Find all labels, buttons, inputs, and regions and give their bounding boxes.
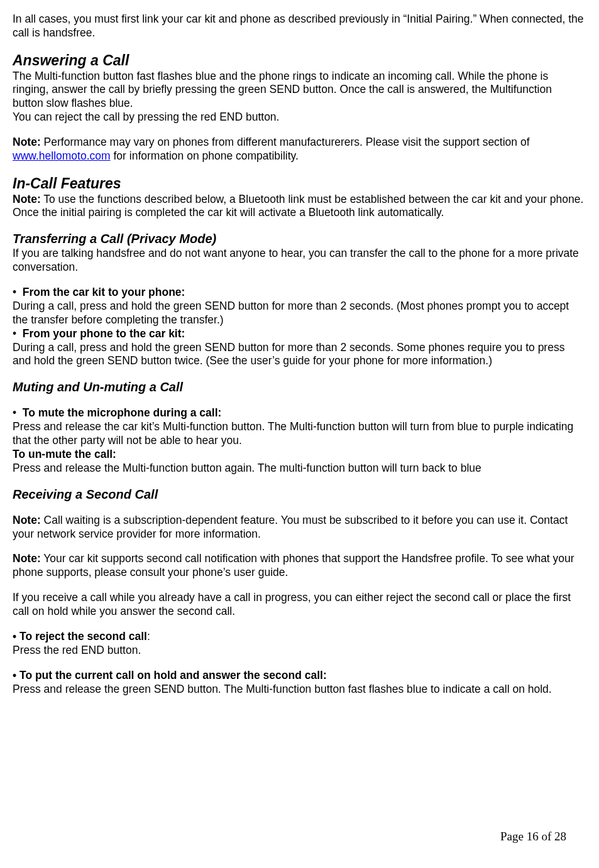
muting-b1-head: •To mute the microphone during a call: <box>13 406 584 420</box>
transfer-b2-label: From your phone to the car kit: <box>23 327 185 340</box>
heading-second-call: Receiving a Second Call <box>13 487 584 502</box>
second-b1-text: Press the red END button. <box>13 644 584 658</box>
second-p3: If you receive a call while you already … <box>13 591 584 619</box>
muting-b1-text: Press and release the car kit’s Multi-fu… <box>13 420 584 448</box>
answering-p1: The Multi-function button fast flashes b… <box>13 70 584 111</box>
second-b2-label: • To put the current call on hold and an… <box>13 669 327 681</box>
muting-b2-label: To un-mute the call: <box>13 448 116 460</box>
second-note2: Note: Your car kit supports second call … <box>13 552 584 580</box>
note-label: Note: <box>13 552 41 565</box>
heading-muting: Muting and Un-muting a Call <box>13 379 584 395</box>
second-b1-label: • To reject the second call <box>13 630 147 643</box>
second-b2-text: Press and release the green SEND button.… <box>13 683 584 697</box>
transfer-b1-text: During a call, press and hold the green … <box>13 300 584 327</box>
incall-note: Note: To use the functions described bel… <box>13 193 584 220</box>
transfer-b2-head: •From your phone to the car kit: <box>13 327 584 341</box>
page-number: Page 16 of 28 <box>500 829 566 844</box>
second-b2-head: • To put the current call on hold and an… <box>13 669 584 683</box>
note-text-b: for information on phone compatibility. <box>111 149 299 162</box>
note-text-a: Performance may vary on phones from diff… <box>41 136 530 148</box>
incall-note-text: To use the functions described below, a … <box>13 193 583 219</box>
second-b1-colon: : <box>147 630 150 643</box>
answering-p2: You can reject the call by pressing the … <box>13 111 584 124</box>
second-b1-head: • To reject the second call: <box>13 630 584 644</box>
heading-transferring: Transferring a Call (Privacy Mode) <box>13 231 584 247</box>
note-label: Note: <box>13 514 41 526</box>
transfer-b1-head: •From the car kit to your phone: <box>13 286 584 300</box>
muting-b2-head: To un-mute the call: <box>13 448 584 462</box>
hellomoto-link[interactable]: www.hellomoto.com <box>13 149 111 162</box>
note-label: Note: <box>13 193 41 205</box>
transfer-b2-text: During a call, press and hold the green … <box>13 341 584 369</box>
intro-paragraph: In all cases, you must first link your c… <box>13 13 584 40</box>
muting-b2-text: Press and release the Multi-function but… <box>13 462 584 475</box>
heading-incall: In-Call Features <box>13 175 584 193</box>
transfer-b1-label: From the car kit to your phone: <box>23 286 185 298</box>
second-note1-text: Call waiting is a subscription-dependent… <box>13 514 568 540</box>
heading-answering: Answering a Call <box>13 52 584 70</box>
note-label: Note: <box>13 136 41 148</box>
answering-note: Note: Performance may vary on phones fro… <box>13 136 584 163</box>
second-note2-text: Your car kit supports second call notifi… <box>13 552 574 578</box>
muting-b1-label: To mute the microphone during a call: <box>23 406 222 419</box>
second-note1: Note: Call waiting is a subscription-dep… <box>13 514 584 541</box>
transfer-p1: If you are talking handsfree and do not … <box>13 247 584 274</box>
page-content: In all cases, you must first link your c… <box>13 13 584 855</box>
